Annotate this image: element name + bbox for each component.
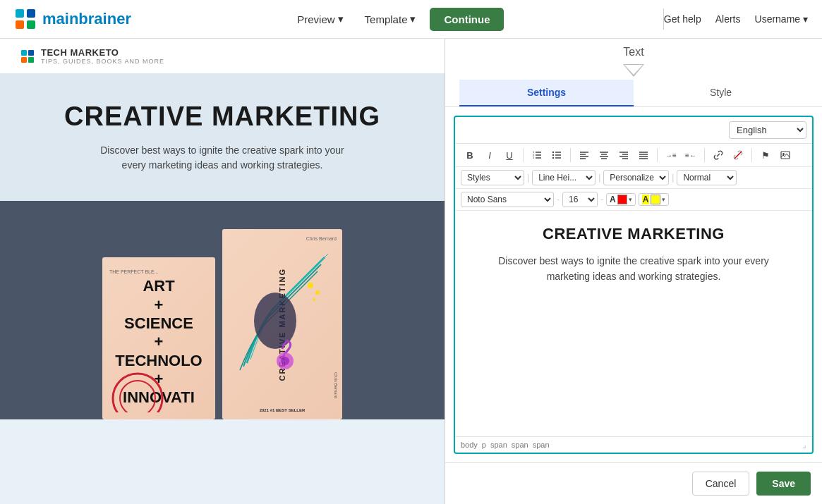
language-select[interactable]: English Spanish French German (729, 121, 806, 139)
font-color-button[interactable]: A ▾ (606, 193, 636, 206)
font-color-icon: A (610, 195, 616, 204)
svg-point-8 (315, 290, 320, 295)
tab-style[interactable]: Style (634, 80, 808, 106)
book-left-circle-art (109, 370, 194, 412)
svg-text:3: 3 (533, 156, 535, 159)
editor-heading: CREATIVE MARKETING (472, 225, 795, 243)
preview-label: Preview (297, 13, 334, 25)
outdent-button[interactable]: ≡← (682, 147, 700, 164)
toolbar3-sep1: - (557, 195, 560, 204)
site-brand-title: TECH MARKETO (41, 47, 164, 58)
get-help-link[interactable]: Get help (664, 13, 701, 25)
toolbar-sep-2 (570, 148, 571, 162)
breadcrumb-span-1[interactable]: span (490, 441, 507, 449)
breadcrumb-span-2[interactable]: span (512, 441, 528, 449)
align-center-button[interactable] (595, 147, 613, 164)
book-right-spine-author: Chris Bernard (334, 372, 338, 398)
template-button[interactable]: Template ▾ (358, 8, 423, 30)
align-right-button[interactable] (615, 147, 633, 164)
breadcrumb-body[interactable]: body (461, 441, 478, 449)
image-button[interactable] (776, 147, 794, 164)
books-container: THE PERFECT BLE... ART+SCIENCE+TECHNOLO+… (102, 229, 342, 419)
toolbar2-sep2: | (598, 173, 600, 183)
svg-point-5 (120, 381, 155, 412)
cancel-button[interactable]: Cancel (692, 472, 750, 496)
toolbar-sep-5 (751, 148, 752, 162)
username-label: Username (755, 13, 801, 25)
svg-point-11 (281, 357, 289, 365)
svg-point-6 (254, 293, 296, 349)
site-brand-sub: TIPS, GUIDES, BOOKS AND MORE (41, 58, 164, 65)
logo-icon (14, 8, 37, 30)
svg-point-24 (552, 154, 554, 156)
toolbar-sep-3 (657, 148, 658, 162)
editor-content[interactable]: CREATIVE MARKETING Discover best ways to… (455, 211, 812, 436)
underline-button[interactable]: U (500, 147, 519, 164)
svg-rect-3 (27, 20, 35, 29)
panel-tabs: Settings Style (459, 80, 808, 106)
hero-section: CREATIVE MARKETING Discover best ways to… (0, 73, 445, 201)
site-header: TECH MARKETO TIPS, GUIDES, BOOKS AND MOR… (0, 39, 445, 73)
bold-button[interactable]: B (461, 147, 479, 164)
personalize-select[interactable]: Personalize (603, 170, 669, 185)
logo-main: main (42, 10, 78, 27)
editor-toolbar-3: Noto Sans Arial Times New Roman - 16 12 … (455, 189, 812, 211)
svg-line-42 (735, 152, 742, 159)
alerts-link[interactable]: Alerts (715, 13, 741, 25)
book-right: Chris Bernard CREATIVE MARKETING (222, 229, 342, 419)
toolbar3-sep2: - (600, 195, 603, 204)
logo-bold: brainer (78, 10, 131, 27)
preview-button[interactable]: Preview ▾ (290, 8, 350, 30)
panel-title: Text (623, 46, 643, 59)
unordered-list-button[interactable] (548, 147, 566, 164)
svg-point-7 (308, 283, 313, 288)
link-button[interactable] (709, 147, 727, 164)
flag-button[interactable]: ⚑ (756, 147, 775, 164)
site-brand: TECH MARKETO TIPS, GUIDES, BOOKS AND MOR… (41, 47, 164, 65)
editor-container: English Spanish French German B I U 123 (454, 116, 814, 454)
styles-select[interactable]: Styles (461, 170, 524, 185)
top-navigation: mainbrainer Preview ▾ Template ▾ Continu… (0, 0, 822, 39)
line-height-select[interactable]: Line Hei... (532, 170, 596, 185)
bg-color-swatch (651, 195, 660, 204)
svg-rect-0 (16, 9, 24, 18)
save-button[interactable]: Save (756, 472, 811, 496)
panel-arrow-indicator (623, 64, 644, 77)
books-section: THE PERFECT BLE... ART+SCIENCE+TECHNOLO+… (0, 201, 445, 419)
panel-header: Text Settings Style (445, 39, 822, 107)
hero-subtitle: Discover best ways to ignite the creativ… (88, 143, 356, 173)
breadcrumb-span-3[interactable]: span (533, 441, 550, 449)
italic-button[interactable]: I (480, 147, 499, 164)
svg-marker-13 (624, 65, 643, 75)
breadcrumb-p[interactable]: p (482, 441, 486, 449)
unlink-button[interactable] (729, 147, 747, 164)
logo-dot-blue (28, 50, 34, 56)
book-right-art-svg (226, 250, 339, 377)
ordered-list-button[interactable]: 123 (528, 147, 546, 164)
font-size-select[interactable]: 16 12 14 18 20 24 (562, 192, 598, 207)
align-left-button[interactable] (575, 147, 593, 164)
editor-toolbar-1: B I U 123 (455, 144, 812, 167)
normal-select[interactable]: Normal Heading 1 Heading 2 (677, 170, 737, 185)
font-color-swatch (617, 195, 627, 204)
font-select[interactable]: Noto Sans Arial Times New Roman (461, 192, 554, 207)
username-dropdown[interactable]: Username ▾ (755, 13, 808, 25)
svg-point-9 (313, 298, 315, 301)
editor-body: Discover best ways to ignite the creativ… (485, 253, 782, 285)
bg-color-icon: A (642, 195, 650, 204)
right-panel: Text Settings Style English Spanish Fre (445, 39, 822, 504)
main-area: TECH MARKETO TIPS, GUIDES, BOOKS AND MOR… (0, 39, 822, 504)
toolbar2-sep1: | (527, 173, 529, 183)
toolbar-sep-4 (704, 148, 705, 162)
bg-color-button[interactable]: A ▾ (639, 193, 670, 206)
tab-settings[interactable]: Settings (459, 80, 634, 106)
editor-toolbar-2: Styles | Line Hei... | Personalize | Nor… (455, 167, 812, 189)
indent-button[interactable]: →≡ (662, 147, 680, 164)
username-chevron-icon: ▾ (803, 13, 808, 25)
template-label: Template (365, 13, 408, 25)
resize-handle-icon: ⌟ (802, 440, 806, 450)
continue-button[interactable]: Continue (430, 8, 504, 31)
svg-rect-1 (27, 9, 35, 18)
justify-button[interactable] (634, 147, 653, 164)
book-right-author: Chris Bernard (228, 236, 337, 241)
